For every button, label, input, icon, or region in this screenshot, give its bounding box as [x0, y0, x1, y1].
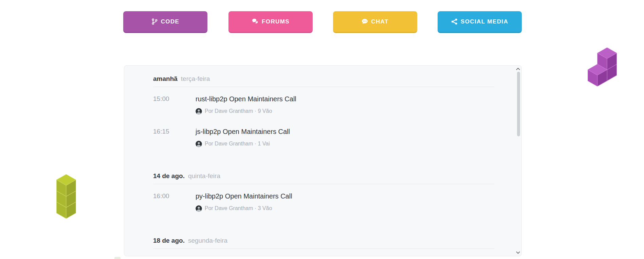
purple-cubes-decoration	[588, 48, 617, 86]
nav-button-label: SOCIAL MEDIA	[461, 18, 508, 25]
event-title[interactable]: js-libp2p Open Maintainers Call	[196, 127, 290, 136]
organizer-avatar	[196, 205, 202, 212]
event-time: 16:00	[153, 191, 196, 212]
nav-button-code[interactable]: CODE	[123, 11, 207, 33]
nav-button-forums[interactable]: FORUMS	[228, 11, 313, 33]
nav-button-chat[interactable]: CHAT	[333, 11, 417, 33]
organizer-avatar	[196, 108, 202, 115]
nav-button-label: FORUMS	[262, 18, 290, 25]
day-separator	[153, 248, 494, 249]
speech-bubbles-icon	[252, 18, 259, 25]
person-avatar-icon	[196, 205, 202, 212]
day-group: 18 de ago.segunda-feira	[153, 236, 494, 249]
chevron-down-icon	[516, 251, 520, 254]
day-date: 18 de ago.	[153, 237, 185, 244]
event-byline-text: Por Dave Grantham · 3 Vão	[205, 205, 272, 211]
day-header: 18 de ago.segunda-feira	[153, 236, 494, 246]
day-weekday: segunda-feira	[188, 237, 227, 244]
day-group: 14 de ago.quinta-feira 16:00 py-libp2p O…	[153, 171, 494, 212]
scrollbar-thumb[interactable]	[517, 72, 520, 136]
day-date: amanhã	[153, 75, 178, 82]
event-row[interactable]: 15:00 rust-libp2p Open Maintainers Call …	[153, 94, 494, 115]
event-time: 15:00	[153, 94, 196, 115]
day-header: amanhãterça-feira	[153, 74, 494, 84]
day-separator	[153, 184, 494, 184]
scroll-up-button[interactable]	[516, 67, 520, 71]
events-calendar-widget: amanhãterça-feira 15:00 rust-libp2p Open…	[124, 65, 522, 256]
person-avatar-icon	[196, 141, 202, 147]
day-weekday: terça-feira	[181, 75, 210, 82]
event-title[interactable]: rust-libp2p Open Maintainers Call	[196, 94, 296, 104]
event-time: 16:15	[153, 127, 196, 147]
person-avatar-icon	[196, 108, 202, 115]
event-byline: Por Dave Grantham · 9 Vão	[196, 108, 296, 115]
chat-bubble-icon	[362, 18, 368, 25]
green-cubes-decoration	[56, 174, 76, 219]
event-row[interactable]: 16:00 py-libp2p Open Maintainers Call Po…	[153, 191, 494, 212]
scroll-down-button[interactable]	[516, 251, 520, 255]
day-date: 14 de ago.	[153, 172, 185, 179]
share-icon	[451, 18, 458, 25]
partial-decoration	[114, 257, 121, 259]
nav-button-label: CHAT	[371, 18, 389, 25]
git-fork-icon	[151, 18, 158, 25]
organizer-avatar	[196, 141, 202, 147]
event-byline-text: Por Dave Grantham · 1 Vai	[205, 141, 270, 147]
nav-button-social-media[interactable]: SOCIAL MEDIA	[438, 11, 522, 33]
event-title[interactable]: py-libp2p Open Maintainers Call	[196, 191, 292, 201]
day-group: amanhãterça-feira 15:00 rust-libp2p Open…	[153, 74, 494, 147]
chevron-up-icon	[516, 68, 520, 70]
event-byline: Por Dave Grantham · 1 Vai	[196, 140, 290, 147]
nav-button-label: CODE	[161, 18, 180, 25]
day-separator	[153, 87, 494, 87]
day-header: 14 de ago.quinta-feira	[153, 171, 494, 181]
event-byline-text: Por Dave Grantham · 9 Vão	[205, 108, 272, 114]
event-row[interactable]: 16:15 js-libp2p Open Maintainers Call Po…	[153, 127, 494, 147]
event-byline: Por Dave Grantham · 3 Vão	[196, 205, 292, 212]
events-list: amanhãterça-feira 15:00 rust-libp2p Open…	[124, 66, 521, 249]
day-weekday: quinta-feira	[188, 172, 220, 179]
